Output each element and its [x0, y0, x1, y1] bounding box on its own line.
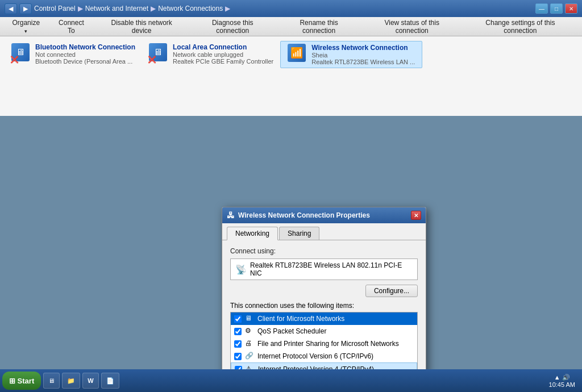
- items-label: This connection uses the following items…: [230, 302, 418, 310]
- breadcrumb-ni[interactable]: Network and Internet: [85, 5, 148, 12]
- bluetooth-name: Bluetooth Network Connection: [35, 43, 135, 51]
- wireless-icon-container: 📶: [288, 44, 308, 64]
- adapter-icon: 📡: [235, 264, 247, 275]
- breadcrumb-cp[interactable]: Control Panel: [34, 5, 76, 12]
- bluetooth-icon-container: 🖥 ❌: [11, 43, 32, 64]
- bluetooth-device: Bluetooth Device (Personal Area ...: [35, 58, 135, 65]
- checkbox-ipv6[interactable]: [234, 353, 242, 360]
- wireless-connection-item[interactable]: 📶 Wireless Network Connection Sheia Real…: [280, 41, 422, 68]
- breadcrumb-nc[interactable]: Network Connections: [158, 5, 223, 12]
- adapter-name: Realtek RTL8723BE Wireless LAN 802.11n P…: [250, 261, 413, 277]
- breadcrumb-sep3: ▶: [225, 5, 230, 12]
- ipv6-label: Internet Protocol Version 6 (TCP/IPv6): [257, 352, 373, 360]
- list-item-client-ms[interactable]: 🖥 Client for Microsoft Networks: [231, 312, 417, 325]
- client-ms-icon: 🖥: [245, 314, 254, 323]
- wireless-name: Wireless Network Connection: [311, 44, 415, 52]
- qos-label: QoS Packet Scheduler: [257, 327, 326, 335]
- configure-button[interactable]: Configure...: [365, 285, 418, 297]
- start-button[interactable]: ⊞ Start: [2, 372, 41, 390]
- ipv6-icon: 🔗: [245, 352, 254, 361]
- client-ms-label: Client for Microsoft Networks: [257, 315, 344, 323]
- dialog-title-icon: 🖧: [227, 211, 235, 220]
- lan-name: Local Area Connection: [173, 43, 273, 51]
- lan-connection-item[interactable]: 🖥 ❌ Local Area Connection Network cable …: [142, 41, 280, 68]
- connect-to-button[interactable]: Connect To: [49, 16, 94, 37]
- wireless-item-text: Wireless Network Connection Sheia Realte…: [311, 44, 415, 65]
- main-content-area: 🖥 ❌ Bluetooth Network Connection Not con…: [0, 36, 582, 116]
- dialog-title-text: Wireless Network Connection Properties: [238, 211, 411, 219]
- tab-networking[interactable]: Networking: [227, 227, 278, 240]
- breadcrumb-sep1: ▶: [78, 5, 83, 12]
- taskbar-clock: ▲ 🔊10:45 AM: [544, 374, 580, 388]
- list-item-qos[interactable]: ⚙ QoS Packet Scheduler: [231, 325, 417, 337]
- dialog-tabs: Networking Sharing: [222, 223, 426, 240]
- qos-icon: ⚙: [245, 327, 254, 336]
- diagnose-button[interactable]: Diagnose this connection: [189, 16, 276, 37]
- rename-button[interactable]: Rename this connection: [277, 16, 361, 37]
- taskbar-explorer-button[interactable]: 🖥: [43, 373, 60, 389]
- wireless-status: Sheia: [311, 52, 415, 59]
- back-button[interactable]: ◀: [5, 3, 17, 14]
- title-bar: ◀ ▶ Control Panel ▶ Network and Internet…: [0, 0, 582, 17]
- taskbar-folder-button[interactable]: 📁: [62, 373, 80, 389]
- toolbar: Organize Connect To Disable this network…: [0, 17, 582, 36]
- connect-using-label: Connect using:: [230, 247, 418, 255]
- change-settings-button[interactable]: Change settings of this connection: [463, 16, 577, 37]
- taskbar: ⊞ Start 🖥 📁 W 📄 ▲ 🔊10:45 AM: [0, 369, 582, 392]
- adapter-box: 📡 Realtek RTL8723BE Wireless LAN 802.11n…: [230, 258, 418, 280]
- file-sharing-icon: 🖨: [245, 339, 254, 348]
- lan-status: Network cable unplugged: [173, 51, 273, 58]
- wireless-icon: 📶: [288, 44, 306, 62]
- breadcrumb: Control Panel ▶ Network and Internet ▶ N…: [34, 5, 230, 12]
- lan-x-overlay: ❌: [148, 56, 157, 65]
- bluetooth-item-text: Bluetooth Network Connection Not connect…: [35, 43, 135, 65]
- list-item-ipv6[interactable]: 🔗 Internet Protocol Version 6 (TCP/IPv6): [231, 350, 417, 362]
- dialog-title-bar: 🖧 Wireless Network Connection Properties…: [222, 207, 426, 223]
- checkbox-file-sharing[interactable]: [234, 340, 242, 348]
- lan-icon-container: 🖥 ❌: [149, 43, 169, 64]
- view-status-button[interactable]: View status of this connection: [362, 16, 462, 37]
- window-controls: — □ ✕: [535, 3, 577, 14]
- file-sharing-label: File and Printer Sharing for Microsoft N…: [257, 340, 399, 348]
- disable-network-button[interactable]: Disable this network device: [95, 16, 188, 37]
- checkbox-qos[interactable]: [234, 328, 242, 335]
- properties-dialog: 🖧 Wireless Network Connection Properties…: [222, 207, 426, 392]
- close-window-button[interactable]: ✕: [565, 3, 577, 14]
- tab-sharing[interactable]: Sharing: [279, 227, 319, 240]
- forward-button[interactable]: ▶: [19, 3, 32, 14]
- taskbar-word-button[interactable]: W: [82, 373, 98, 389]
- maximize-button[interactable]: □: [550, 3, 563, 14]
- dialog-close-button[interactable]: ✕: [411, 211, 421, 220]
- bluetooth-x-overlay: ❌: [10, 56, 19, 65]
- taskbar-app4-button[interactable]: 📄: [101, 373, 119, 389]
- lan-device: Realtek PCIe GBE Family Controller: [173, 58, 273, 65]
- title-bar-left: ◀ ▶ Control Panel ▶ Network and Internet…: [5, 3, 535, 14]
- organize-button[interactable]: Organize: [5, 16, 48, 37]
- lan-item-text: Local Area Connection Network cable unpl…: [173, 43, 273, 65]
- checkbox-client-ms[interactable]: [234, 315, 242, 323]
- bluetooth-status: Not connected: [35, 51, 135, 58]
- wireless-device: Realtek RTL8723BE Wireless LAN ...: [311, 59, 415, 65]
- window-background: 🖧 Wireless Network Connection Properties…: [0, 116, 582, 389]
- breadcrumb-sep2: ▶: [151, 5, 156, 12]
- network-items-list: 🖥 ❌ Bluetooth Network Connection Not con…: [0, 36, 582, 73]
- bluetooth-connection-item[interactable]: 🖥 ❌ Bluetooth Network Connection Not con…: [5, 41, 142, 68]
- minimize-button[interactable]: —: [535, 3, 548, 14]
- list-item-file-sharing[interactable]: 🖨 File and Printer Sharing for Microsoft…: [231, 337, 417, 350]
